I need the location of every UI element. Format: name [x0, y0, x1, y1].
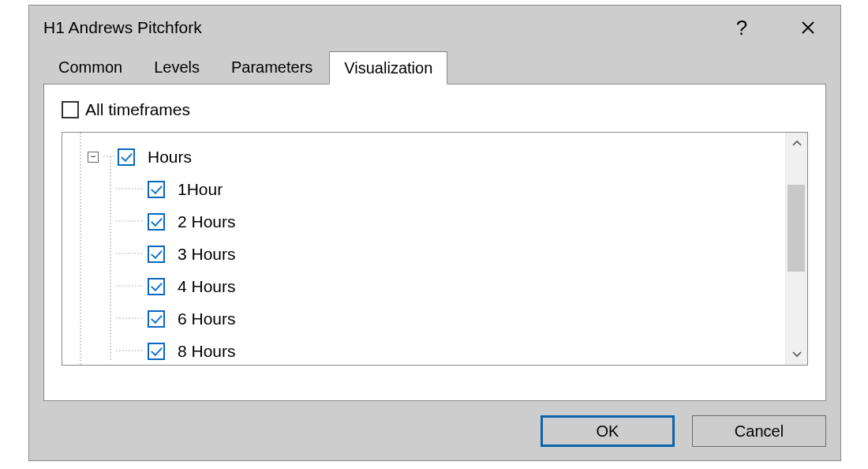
close-icon: [801, 21, 815, 35]
scroll-track[interactable]: [786, 153, 807, 344]
tree-item[interactable]: 6 Hours: [69, 302, 780, 335]
tree-item-checkbox[interactable]: [148, 343, 165, 360]
tree-item-checkbox[interactable]: [148, 213, 165, 231]
minus-icon: −: [90, 152, 95, 161]
tree-item-label: 2 Hours: [178, 212, 236, 231]
tab-visualization[interactable]: Visualization: [329, 51, 447, 84]
tree-item[interactable]: 8 Hours: [69, 335, 780, 365]
help-button[interactable]: ?: [724, 12, 760, 43]
all-timeframes-checkbox[interactable]: [62, 101, 79, 118]
button-label: OK: [597, 422, 619, 441]
tab-label: Common: [58, 58, 122, 77]
timeframes-tree[interactable]: − Hours 1Hour 2 Hours: [62, 133, 785, 365]
tree-item[interactable]: 3 Hours: [69, 238, 780, 270]
chevron-up-icon: [792, 140, 802, 146]
tab-common[interactable]: Common: [43, 51, 137, 84]
help-icon: ?: [736, 16, 747, 40]
tab-strip: Common Levels Parameters Visualization: [29, 50, 840, 84]
all-timeframes-option[interactable]: All timeframes: [62, 100, 808, 119]
close-button[interactable]: [790, 12, 826, 43]
tree-item[interactable]: 1Hour: [69, 173, 780, 205]
dialog-button-row: OK Cancel: [29, 401, 840, 447]
tree-group-label: Hours: [148, 148, 192, 167]
scroll-down-button[interactable]: [786, 344, 807, 365]
tree-item-checkbox[interactable]: [148, 278, 165, 295]
tree-item-label: 4 Hours: [178, 277, 236, 296]
scroll-thumb[interactable]: [788, 185, 805, 272]
tree-item-label: 6 Hours: [178, 310, 236, 328]
tree-group-hours[interactable]: − Hours: [69, 141, 780, 173]
timeframes-tree-container: − Hours 1Hour 2 Hours: [62, 132, 808, 366]
tree-item-checkbox[interactable]: [148, 310, 165, 328]
tree-item[interactable]: 4 Hours: [69, 270, 780, 302]
tree-item-checkbox[interactable]: [148, 246, 165, 263]
scroll-up-button[interactable]: [786, 133, 807, 153]
tree-item-label: 1Hour: [178, 180, 223, 199]
tree-group-checkbox[interactable]: [118, 148, 135, 166]
tab-label: Parameters: [231, 58, 312, 77]
tree-item-label: 8 Hours: [178, 342, 236, 361]
all-timeframes-label: All timeframes: [85, 100, 190, 119]
cancel-button[interactable]: Cancel: [692, 415, 826, 447]
tree-scrollbar[interactable]: [785, 133, 807, 365]
dialog-window: H1 Andrews Pitchfork ? Common Levels Par…: [28, 5, 841, 461]
tree-expander[interactable]: −: [88, 152, 99, 163]
tab-label: Levels: [154, 58, 200, 77]
tab-parameters[interactable]: Parameters: [216, 51, 327, 84]
tab-panel-visualization: All timeframes − Hours: [43, 84, 826, 401]
tree-item[interactable]: 2 Hours: [69, 205, 780, 238]
button-label: Cancel: [735, 422, 784, 441]
chevron-down-icon: [792, 351, 802, 358]
dialog-title: H1 Andrews Pitchfork: [43, 18, 724, 37]
tab-label: Visualization: [344, 59, 432, 77]
tab-levels[interactable]: Levels: [139, 51, 215, 84]
tree-item-label: 3 Hours: [178, 245, 236, 264]
ok-button[interactable]: OK: [541, 415, 675, 447]
tree-item-checkbox[interactable]: [148, 181, 165, 198]
title-bar: H1 Andrews Pitchfork ?: [29, 6, 840, 50]
